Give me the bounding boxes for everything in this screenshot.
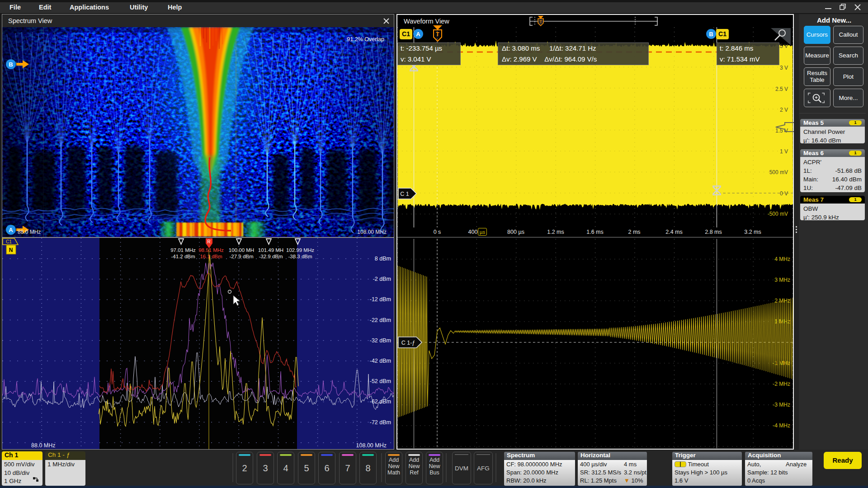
svg-text:T: T [539, 19, 542, 24]
svg-text:8 dBm: 8 dBm [375, 256, 391, 262]
svg-text:16.1 dBm: 16.1 dBm [200, 254, 222, 259]
svg-text:R: R [207, 239, 210, 244]
svg-text:102.99 MHz: 102.99 MHz [286, 247, 314, 253]
svg-text:-52 dBm: -52 dBm [370, 378, 391, 384]
svg-text:A: A [416, 31, 420, 38]
svg-text:97.01 MHz: 97.01 MHz [170, 247, 196, 253]
svg-text:A: A [9, 227, 13, 233]
svg-text:98.51 MHz: 98.51 MHz [198, 247, 224, 253]
svg-text:-12 dBm: -12 dBm [370, 296, 391, 303]
svg-text:108.00 MHz: 108.00 MHz [356, 442, 387, 449]
svg-text:C1: C1 [6, 239, 12, 244]
svg-text:-41.2 dBm: -41.2 dBm [171, 254, 195, 259]
svg-text:B: B [709, 31, 713, 38]
svg-text:C 1-ƒ: C 1-ƒ [401, 340, 415, 346]
svg-text:T: T [436, 31, 439, 38]
svg-text:-2 dBm: -2 dBm [373, 276, 391, 282]
svg-text:-27.9 dBm: -27.9 dBm [229, 254, 253, 259]
svg-text:N: N [9, 247, 13, 253]
svg-text:108.00 MHz: 108.00 MHz [357, 229, 387, 235]
svg-text:100.00 MH: 100.00 MH [229, 247, 254, 253]
svg-text:101.49 MH: 101.49 MH [258, 247, 283, 253]
svg-text:88.0 MHz: 88.0 MHz [31, 442, 56, 449]
svg-text:-22 dBm: -22 dBm [370, 317, 391, 323]
svg-text:-38.3 dBm: -38.3 dBm [288, 254, 312, 259]
svg-text:-32.9 dBm: -32.9 dBm [259, 254, 283, 259]
svg-text:-42 dBm: -42 dBm [370, 358, 391, 364]
svg-text:C 1: C 1 [400, 191, 409, 197]
svg-text:-62 dBm: -62 dBm [370, 398, 391, 405]
svg-text:B: B [9, 61, 13, 68]
svg-text:88.0 MHz: 88.0 MHz [18, 229, 41, 235]
svg-text:-32 dBm: -32 dBm [370, 337, 391, 344]
svg-text:-72 dBm: -72 dBm [370, 419, 391, 426]
